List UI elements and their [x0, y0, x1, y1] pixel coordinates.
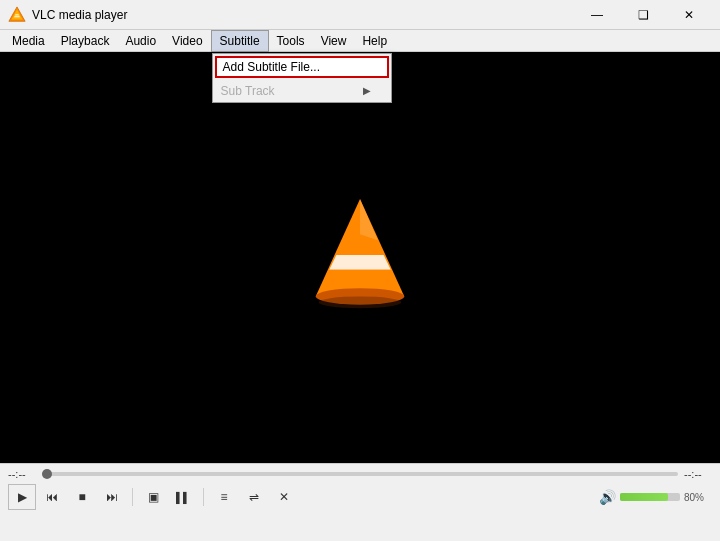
subtitle-menu-label: Subtitle — [220, 34, 260, 48]
subtitle-dropdown: Add Subtitle File... Sub Track ▶ — [212, 53, 392, 103]
svg-point-9 — [319, 296, 402, 308]
seek-bar-row: --:-- --:-- — [8, 468, 712, 480]
video-area — [0, 52, 720, 463]
menu-view[interactable]: View — [313, 30, 355, 52]
play-button[interactable]: ▶ — [8, 484, 36, 510]
loop-button[interactable]: ⇌ — [240, 484, 268, 510]
seek-handle — [42, 469, 52, 479]
menu-audio[interactable]: Audio — [117, 30, 164, 52]
volume-bar[interactable] — [620, 493, 680, 501]
prev-button[interactable]: ⏮ — [38, 484, 66, 510]
title-bar: VLC media player — ❑ ✕ — [0, 0, 720, 30]
menu-media[interactable]: Media — [4, 30, 53, 52]
volume-fill — [620, 493, 668, 501]
vlc-cone-icon — [295, 193, 425, 323]
svg-rect-3 — [15, 14, 19, 15]
separator-2 — [203, 488, 204, 506]
app-title: VLC media player — [32, 8, 127, 22]
separator-1 — [132, 488, 133, 506]
menu-subtitle[interactable]: Subtitle Add Subtitle File... Sub Track … — [211, 30, 269, 52]
title-bar-left: VLC media player — [8, 6, 127, 24]
menu-bar: Media Playback Audio Video Subtitle Add … — [0, 30, 720, 52]
next-button[interactable]: ⏭ — [98, 484, 126, 510]
menu-tools[interactable]: Tools — [269, 30, 313, 52]
add-subtitle-file-item[interactable]: Add Subtitle File... — [215, 56, 389, 78]
seek-bar[interactable] — [42, 472, 678, 476]
sub-track-item[interactable]: Sub Track ▶ — [213, 80, 391, 102]
add-subtitle-file-label: Add Subtitle File... — [223, 60, 320, 74]
title-bar-controls: — ❑ ✕ — [574, 0, 712, 30]
maximize-button[interactable]: ❑ — [620, 0, 666, 30]
controls-bar: --:-- --:-- ▶ ⏮ ■ ⏭ ▣ ▌▌ ≡ ⇌ ✕ 🔊 80% — [0, 463, 720, 514]
buttons-row: ▶ ⏮ ■ ⏭ ▣ ▌▌ ≡ ⇌ ✕ 🔊 80% — [8, 484, 712, 510]
svg-marker-7 — [322, 269, 398, 286]
time-total: --:-- — [684, 468, 712, 480]
stop-button[interactable]: ■ — [68, 484, 96, 510]
minimize-button[interactable]: — — [574, 0, 620, 30]
menu-playback[interactable]: Playback — [53, 30, 118, 52]
vlc-logo-icon — [8, 6, 26, 24]
frame-button[interactable]: ▣ — [139, 484, 167, 510]
menu-video[interactable]: Video — [164, 30, 210, 52]
menu-help[interactable]: Help — [354, 30, 395, 52]
svg-marker-5 — [329, 255, 390, 270]
time-current: --:-- — [8, 468, 36, 480]
volume-icon[interactable]: 🔊 — [599, 489, 616, 505]
close-button[interactable]: ✕ — [666, 0, 712, 30]
playlist-button[interactable]: ≡ — [210, 484, 238, 510]
volume-label: 80% — [684, 492, 712, 503]
sub-track-arrow-icon: ▶ — [363, 85, 371, 96]
svg-rect-2 — [14, 15, 19, 16]
volume-section: 🔊 80% — [599, 489, 712, 505]
sub-track-label: Sub Track — [221, 84, 275, 98]
eq-button[interactable]: ▌▌ — [169, 484, 197, 510]
random-button[interactable]: ✕ — [270, 484, 298, 510]
